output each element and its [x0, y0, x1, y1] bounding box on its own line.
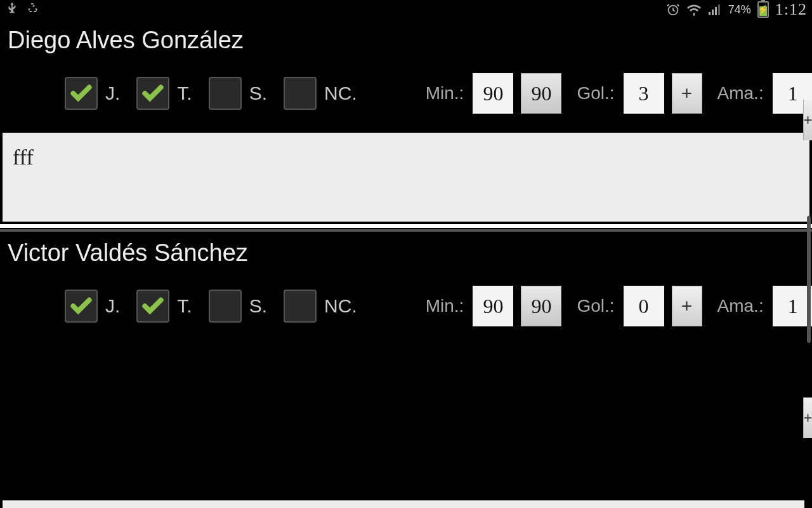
checkbox-t[interactable]	[136, 77, 169, 110]
checkbox-j[interactable]	[65, 77, 98, 110]
svg-rect-1	[709, 12, 710, 15]
clock: 1:12	[775, 0, 807, 19]
ama-label: Ama.:	[717, 83, 764, 104]
svg-rect-2	[712, 10, 714, 15]
checkbox-t[interactable]	[136, 290, 169, 323]
svg-rect-4	[718, 4, 720, 15]
alarm-icon	[666, 3, 680, 17]
gol-plus-button[interactable]: +	[672, 73, 702, 114]
gol-label: Gol.:	[577, 83, 614, 104]
wifi-icon	[686, 3, 702, 16]
min-input[interactable]: 90	[473, 73, 513, 114]
usb-icon	[5, 1, 19, 18]
checkbox-label-s: S.	[249, 295, 267, 317]
note-text: fff	[13, 145, 34, 170]
checkbox-label-nc: NC.	[324, 83, 357, 104]
player-name: Diego Alves González	[8, 27, 804, 54]
checkbox-nc[interactable]	[284, 77, 317, 110]
note-input[interactable]: fff	[3, 133, 809, 222]
svg-rect-3	[715, 7, 717, 15]
checkbox-s[interactable]	[209, 77, 242, 110]
note-input[interactable]	[3, 500, 804, 508]
row-divider	[0, 224, 812, 228]
ama-label: Ama.:	[717, 296, 764, 316]
checkbox-s[interactable]	[209, 290, 242, 323]
player-row: Diego Alves González J. T. S. NC. Min.: …	[0, 19, 812, 133]
gol-input[interactable]: 0	[624, 286, 664, 326]
scrollbar[interactable]	[807, 216, 811, 343]
checkbox-j[interactable]	[65, 290, 98, 323]
signal-icon	[708, 3, 722, 16]
ama-plus-button[interactable]: +	[803, 398, 812, 438]
gol-plus-button[interactable]: +	[672, 286, 702, 326]
recycle-icon	[25, 1, 41, 19]
min-default-button[interactable]: 90	[521, 73, 561, 114]
min-label: Min.:	[426, 83, 464, 104]
min-default-button[interactable]: 90	[521, 286, 561, 326]
status-bar: 74% ⚡ 1:12	[0, 0, 812, 19]
player-row: Victor Valdés Sánchez J. T. S. NC. Min.:…	[0, 232, 812, 345]
gol-label: Gol.:	[577, 296, 614, 316]
checkbox-label-t: T.	[177, 83, 192, 104]
ama-input[interactable]: 1	[773, 286, 812, 326]
checkbox-label-t: T.	[177, 295, 192, 317]
battery-percent: 74%	[728, 3, 751, 17]
checkbox-label-s: S.	[249, 83, 267, 104]
ama-plus-button[interactable]: +	[803, 100, 812, 140]
min-label: Min.:	[426, 296, 464, 316]
player-controls: J. T. S. NC. Min.: 90 90 Gol.: 3 + Ama.:…	[8, 73, 804, 133]
player-controls: J. T. S. NC. Min.: 90 90 Gol.: 0 + Ama.:…	[8, 286, 804, 345]
battery-icon: ⚡	[757, 1, 769, 18]
checkbox-nc[interactable]	[284, 290, 317, 323]
min-input[interactable]: 90	[473, 286, 513, 326]
checkbox-label-j: J.	[105, 83, 120, 104]
checkbox-label-j: J.	[105, 295, 120, 317]
checkbox-label-nc: NC.	[324, 295, 357, 317]
gol-input[interactable]: 3	[624, 73, 664, 114]
player-name: Victor Valdés Sánchez	[8, 239, 804, 267]
